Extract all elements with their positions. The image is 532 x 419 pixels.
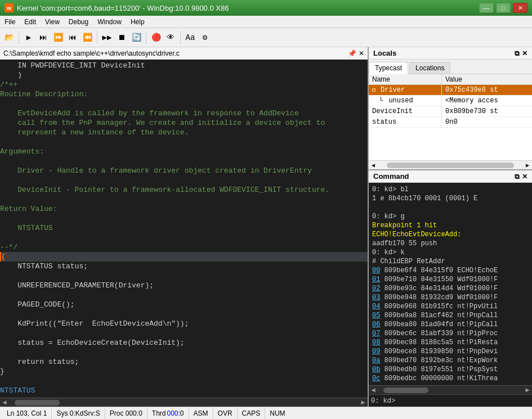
- titlebar-title: Kernel 'com:port=com6,baud=115200' - Win…: [17, 4, 229, 12]
- command-output-line: 04 809be968 81b915fc nt!PpvUtil: [372, 302, 529, 311]
- code-line: [0, 175, 368, 185]
- toolbar-break[interactable]: ⏹: [115, 31, 128, 44]
- locals-scroll-thumb[interactable]: [387, 163, 514, 168]
- code-line: [0, 195, 368, 204]
- locals-scrollbar[interactable]: ◀ ▶: [369, 160, 532, 169]
- code-line: [0, 156, 368, 166]
- svg-text:W: W: [7, 6, 12, 11]
- code-line: [0, 376, 368, 386]
- menu-window[interactable]: Window: [93, 17, 126, 27]
- code-line: status = EchoDeviceCreate(DeviceInit);: [0, 338, 368, 348]
- hscroll-right-arrow[interactable]: ▶: [359, 398, 368, 407]
- toolbar-step3[interactable]: ⏩: [51, 31, 65, 44]
- code-line: [0, 233, 368, 242]
- cmd-hscroll-right[interactable]: ▶: [523, 386, 532, 394]
- toolbar-step2[interactable]: ⏭: [37, 31, 50, 44]
- code-scroll-area[interactable]: #if DBG EchoPrintDriverVersion();#endif …: [0, 60, 368, 398]
- status-proc: Proc 000:0: [105, 407, 147, 419]
- command-output-line: 0a 809bed70 8192be3c nt!ExpWork: [372, 356, 529, 365]
- code-line: [0, 328, 368, 338]
- code-line: IN PWDFDEVICE_INIT DeviceInit: [0, 61, 368, 70]
- cmd-scroll-thumb[interactable]: [383, 388, 428, 393]
- status-ln: Ln 103, Col 1: [2, 407, 52, 419]
- status-sys: Sys 0:KdSrv:S: [52, 407, 105, 419]
- toolbar-sep-2: [97, 31, 97, 44]
- code-line: {: [0, 252, 368, 262]
- code-hscrollbar[interactable]: ◀ ▶: [0, 398, 368, 407]
- toolbar-bp[interactable]: 🔴: [149, 31, 163, 44]
- command-output-line: 0: kd> bl: [372, 185, 529, 194]
- locals-scroll-left[interactable]: ◀: [369, 162, 378, 169]
- command-hscrollbar[interactable]: ◀ ▶: [369, 385, 532, 394]
- command-output-line: 0: kd> k: [372, 248, 529, 257]
- locals-row[interactable]: ⊟ Driver0x75c439e8 st: [369, 85, 532, 96]
- minimize-button[interactable]: —: [479, 3, 494, 13]
- tab-locations[interactable]: Locations: [409, 62, 450, 74]
- hscroll-thumb[interactable]: [15, 400, 60, 406]
- code-line: represent a new instance of the device.: [0, 128, 368, 137]
- toolbar-step1[interactable]: ▶: [22, 31, 35, 44]
- command-output-line: # ChildEBP RetAddr: [372, 257, 529, 266]
- menu-help[interactable]: Help: [126, 17, 149, 27]
- toolbar: 📂 ▶ ⏭ ⏩ ⏮ ⏪ ▶▶ ⏹ 🔄 🔴 👁 Aa ⚙: [0, 28, 532, 47]
- titlebar-controls: — □ ✕: [479, 3, 527, 13]
- menu-debug[interactable]: Debug: [64, 17, 93, 27]
- code-line: }: [0, 367, 368, 376]
- command-close-icon[interactable]: ✕: [522, 173, 527, 181]
- command-output-line: 05 809be9a8 81acf462 nt!PnpCall: [372, 311, 529, 320]
- code-line: ): [0, 70, 368, 80]
- status-num: NUM: [265, 407, 289, 419]
- toolbar-sep-1: [19, 31, 19, 44]
- code-pin-icon[interactable]: 📌: [348, 49, 356, 57]
- toolbar-font[interactable]: Aa: [184, 31, 197, 44]
- command-prompt: 0: kd>: [371, 397, 395, 405]
- close-button[interactable]: ✕: [513, 3, 527, 13]
- command-header-icons: ⧉ ✕: [515, 173, 527, 181]
- maximize-button[interactable]: □: [496, 3, 511, 13]
- command-output-line: 06 809bea80 81ad04fd nt!PipCall: [372, 320, 529, 329]
- cmd-hscroll-left[interactable]: ◀: [369, 386, 378, 394]
- menu-view[interactable]: View: [41, 17, 64, 27]
- code-line: PAGED_CODE();: [0, 300, 368, 309]
- locals-table: Name Value ⊟ Driver0x75c439e8 st└ unused…: [369, 74, 532, 160]
- code-close-icon[interactable]: ✕: [359, 49, 364, 57]
- tab-typecast[interactable]: Typecast: [369, 62, 408, 74]
- command-output-line: [372, 203, 529, 212]
- toolbar-step4[interactable]: ⏮: [66, 31, 79, 44]
- titlebar: W Kernel 'com:port=com6,baud=115200' - W…: [0, 0, 532, 16]
- toolbar-watch[interactable]: 👁: [164, 31, 177, 44]
- command-output-line: 00 809be6f4 84e315f0 ECHO!EchoE: [372, 266, 529, 275]
- locals-tabs: Typecast Locations: [369, 60, 532, 74]
- toolbar-settings[interactable]: ⚙: [198, 31, 212, 44]
- code-content[interactable]: #if DBG EchoPrintDriverVersion();#endif …: [0, 60, 368, 398]
- locals-row[interactable]: status0n0: [369, 117, 532, 128]
- command-copy-icon[interactable]: ⧉: [515, 173, 520, 181]
- code-line: NTSTATUS status;: [0, 262, 368, 271]
- locals-row[interactable]: DeviceInit0x809be730 st: [369, 106, 532, 117]
- locals-close-icon[interactable]: ✕: [522, 49, 527, 57]
- command-output-line: 07 809bec6c 81abf339 nt!PipProc: [372, 329, 529, 338]
- toolbar-run[interactable]: ▶▶: [100, 31, 114, 44]
- col-value: Value: [442, 74, 532, 84]
- locals-scroll-right[interactable]: ▶: [523, 162, 532, 169]
- right-panel: Locals ⧉ ✕ Typecast Locations Name Value…: [369, 47, 532, 407]
- menu-edit[interactable]: Edit: [20, 17, 41, 27]
- code-line: Arguments:: [0, 147, 368, 156]
- locals-copy-icon[interactable]: ⧉: [515, 49, 520, 57]
- app-icon: W: [5, 3, 14, 12]
- command-input[interactable]: [395, 397, 530, 405]
- command-output-line: 02 809be93c 84e314d4 Wdf01000!F: [372, 284, 529, 293]
- col-name: Name: [369, 74, 442, 84]
- menu-file[interactable]: File: [0, 17, 20, 27]
- command-output: 0: kd> bl 1 e 8b4cb170 0001 (0001) E 0: …: [369, 183, 532, 385]
- code-line: call from the PnP manager. We create and…: [0, 118, 368, 128]
- code-line: [0, 348, 368, 357]
- toolbar-open[interactable]: 📂: [2, 31, 16, 44]
- statusbar: Ln 103, Col 1 Sys 0:KdSrv:S Proc 000:0 T…: [0, 407, 532, 419]
- code-line: EvtDeviceAdd is called by the framework …: [0, 109, 368, 118]
- toolbar-step5[interactable]: ⏪: [81, 31, 94, 44]
- code-panel: C:\Samples\kmdf echo sample\c++\driver\a…: [0, 47, 369, 407]
- locals-row[interactable]: └ unused<Memory acces: [369, 96, 532, 106]
- hscroll-left-arrow[interactable]: ◀: [0, 398, 9, 407]
- toolbar-restart[interactable]: 🔄: [129, 31, 143, 44]
